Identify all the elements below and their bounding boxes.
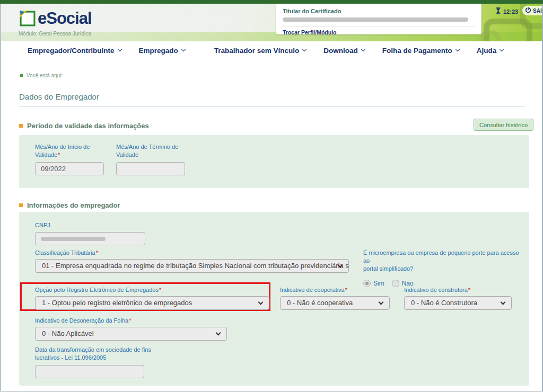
transformation-date-label: Data da transformação em sociedade de fi… [35,346,151,362]
nav-download[interactable]: Download [323,47,365,55]
certificate-box: Titular do Certificado Trocar Perfil/Mód… [276,4,481,34]
chevron-down-icon [501,300,506,305]
selected-option: 0 - Não Aplicável [42,329,94,337]
certificate-title: Titular do Certificado [283,8,475,14]
selected-option: 01 - Empresa enquadrada no regime de tri… [42,262,349,270]
divider [283,26,475,26]
nav-label: Download [323,47,358,55]
required-asterisk: * [468,287,470,293]
power-icon [525,7,531,14]
validity-section-header: Período de validade das informações [19,122,149,130]
employer-section-title: Informações do empregador [27,201,120,209]
construction-label: Indicativo de construtora* [404,286,512,294]
chevron-down-icon [258,300,264,305]
required-asterisk: * [129,317,131,324]
nav-trabalhador-sem-vinculo[interactable]: Trabalhador sem Vínculo [214,47,306,55]
breadcrumb: Você está aqui: [20,73,63,78]
consult-history-button[interactable]: Consultar histórico [474,119,533,131]
module-label: Módulo: Geral Pessoa Jurídica [19,31,92,37]
cooperative-label: Indicativo de cooperativa* [280,286,390,294]
validity-panel: Mês/Ano de Início de Validade* Mês/Ano d… [19,135,529,188]
top-green-strip [0,0,543,4]
nav-ajuda[interactable]: Ajuda [477,47,504,55]
brand-logo: eSocial Módulo: Geral Pessoa Jurídica [19,10,92,37]
nav-label: Empregado [139,47,178,55]
cnpj-label: CNPJ [35,221,145,229]
header: eSocial Módulo: Geral Pessoa Jurídica Ti… [1,4,542,41]
nav-empregado[interactable]: Empregado [139,47,185,55]
logout-label: SAIR [533,8,542,14]
chevron-down-icon [181,47,186,51]
session-timer: 12:23 [495,7,518,15]
chevron-down-icon [361,47,365,51]
required-asterisk: * [58,152,60,158]
employer-section-header: Informações do empregador [19,201,120,209]
transformation-date-input[interactable] [35,365,144,378]
nav-label: Folha de Pagamento [382,47,452,55]
change-profile-link[interactable]: Trocar Perfil/Módulo [283,29,337,35]
construction-select[interactable]: 0 - Não é Construtora [404,296,512,310]
redacted-value-bar [283,17,468,22]
main-nav: Empregador/Contribuinte Empregado Trabal… [1,41,542,59]
cooperative-select[interactable]: 0 - Não é cooperativa [280,296,390,310]
cnpj-input[interactable] [35,232,145,245]
start-validity-input[interactable] [35,162,104,175]
radio-nao[interactable] [392,280,399,287]
chevron-down-icon [216,331,221,336]
hourglass-icon [495,7,501,15]
breadcrumb-label: Você está aqui: [27,73,63,78]
document-icon [19,10,36,29]
nav-empregador-contribuinte[interactable]: Empregador/Contribuinte [28,47,121,55]
tax-classification-label: Classificação Tributária* [35,249,349,257]
page-title: Dados do Empregador [19,92,525,106]
page-left-border [0,4,1,392]
nav-folha-de-pagamento[interactable]: Folha de Pagamento [382,47,459,55]
chevron-down-icon [379,300,384,305]
bullet-icon [19,203,23,207]
chevron-down-icon [117,47,121,51]
end-validity-label: Mês/Ano de Término de Validade [116,143,190,159]
redacted-value-bar [41,237,106,241]
selected-option: 1 - Optou pelo registro eletrônico de em… [42,299,192,307]
bullet-icon [20,74,23,77]
start-validity-label: Mês/Ano de Início de Validade* [35,143,107,159]
nav-label: Trabalhador sem Vínculo [214,47,300,55]
esocial-page: eSocial Módulo: Geral Pessoa Jurídica Ti… [0,0,543,392]
selected-option: 0 - Não é cooperativa [287,299,353,307]
logo-text: eSocial [38,10,92,28]
session-time-value: 12:23 [503,8,518,15]
electronic-registry-label: Opção pelo Registro Eletrônico de Empreg… [35,286,269,294]
validity-section-title: Período de validade das informações [27,122,149,130]
electronic-registry-select[interactable]: 1 - Optou pelo registro eletrônico de em… [35,296,269,310]
chevron-down-icon [302,47,306,51]
required-asterisk: * [345,287,347,293]
required-asterisk: * [159,287,161,293]
nav-label: Empregador/Contribuinte [28,47,115,55]
end-validity-input[interactable] [116,162,185,175]
micro-company-question: É microempresa ou empresa de pequeno por… [363,249,522,273]
logout-button[interactable]: SAIR [522,6,542,15]
tax-classification-select[interactable]: 01 - Empresa enquadrada no regime de tri… [35,259,349,273]
required-asterisk: * [96,250,98,256]
payroll-exemption-select[interactable]: 0 - Não Aplicável [35,327,227,341]
chevron-down-icon [456,47,460,51]
selected-option: 0 - Não é Construtora [411,299,477,307]
bullet-icon [19,124,23,128]
nav-label: Ajuda [477,47,497,55]
employer-panel: CNPJ Classificação Tributária* 01 - Empr… [19,212,529,386]
payroll-exemption-label: Indicativo de Desoneração da Folha* [35,317,227,325]
chevron-down-icon [500,47,504,51]
